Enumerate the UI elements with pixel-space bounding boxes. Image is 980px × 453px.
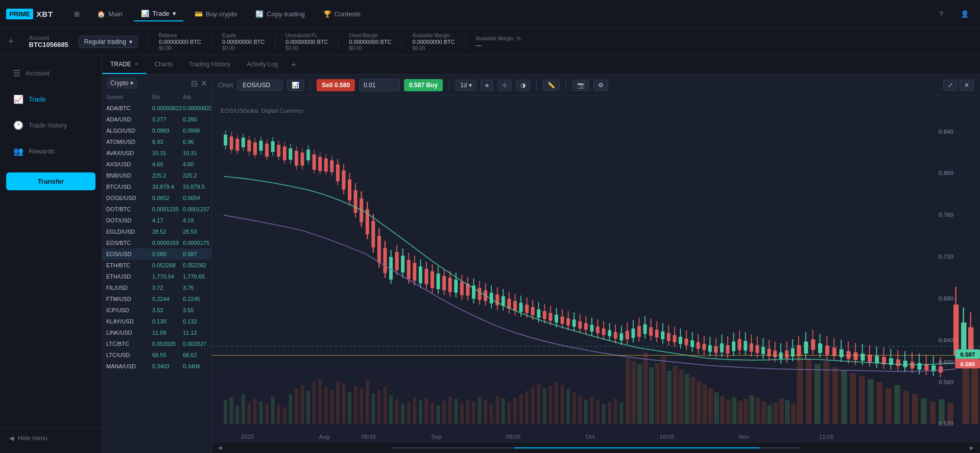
nav-contests[interactable]: 🏆 Contests: [316, 7, 368, 21]
svg-text:08/16: 08/16: [361, 433, 376, 440]
separator: [148, 34, 149, 49]
symbol-row[interactable]: ICP/USD 3.53 3.55 -1.94%: [102, 305, 211, 316]
symbol-row[interactable]: FIL/USD 3.72 3.75 -2.87%: [102, 282, 211, 293]
symbol-list-columns-icon[interactable]: ⊟: [191, 79, 198, 88]
symbol-row[interactable]: EOS/BTC 0.0000169 0.0000175 -3.43%: [102, 237, 211, 248]
theme-button[interactable]: ◑: [516, 80, 530, 91]
symbol-row[interactable]: ALGO/USD 0.0993 0.0996 -1.39%: [102, 125, 211, 136]
settings-button[interactable]: ⚙: [593, 80, 608, 91]
tab-trade-close[interactable]: ✕: [134, 61, 138, 67]
symbol-row[interactable]: ADA/BTC 0.00000822 0.00000823 -0.12%: [102, 103, 211, 114]
svg-rect-52: [472, 401, 475, 424]
svg-rect-80: [637, 364, 642, 424]
buy-price-input[interactable]: [359, 79, 400, 91]
tab-trade[interactable]: TRADE ✕: [102, 55, 147, 74]
nav-main[interactable]: 🏠 Main: [90, 7, 130, 21]
svg-rect-64: [543, 388, 546, 424]
symbol-row[interactable]: DOGE/USD 0.0652 0.0654 -2.10%: [102, 192, 211, 204]
symbol-row[interactable]: AXS/USD 4.60 4.60 -1.92%: [102, 159, 211, 170]
nav-trade[interactable]: 📊 Trade ▾: [134, 7, 183, 21]
tab-activity-log[interactable]: Activity Log: [238, 55, 286, 74]
symbol-row[interactable]: LTC/USD 68.55 68.62 -0.81%: [102, 349, 211, 361]
indicators-button[interactable]: ⎈: [481, 80, 493, 91]
symbol-row[interactable]: LTC/BTC 0.002020 0.002027 -0.88%: [102, 338, 211, 349]
chevron-down-icon: ▾: [129, 38, 132, 45]
symbol-bid: 33,879.4: [152, 184, 183, 190]
symbol-row[interactable]: FTM/USD 0.2244 0.2245 -0.09%: [102, 293, 211, 305]
symbol-row[interactable]: BTC/USD 33,879.4 33,879.5 -0.11%: [102, 181, 211, 192]
svg-rect-62: [531, 387, 535, 423]
svg-rect-11: [230, 397, 233, 424]
tab-trading-history[interactable]: Trading History: [181, 55, 238, 74]
symbol-row[interactable]: ATOM/USD 6.93 6.96 -1.00%: [102, 136, 211, 147]
svg-rect-111: [832, 367, 839, 424]
draw-button[interactable]: ✏️: [543, 80, 560, 91]
help-button[interactable]: ?: [932, 5, 950, 23]
maximize-button[interactable]: ⤢: [943, 80, 958, 91]
svg-rect-100: [755, 397, 760, 423]
account-add-button[interactable]: +: [8, 36, 14, 47]
symbol-row[interactable]: BNB/USD 225.2 225.2 -0.04%: [102, 170, 211, 181]
buy-button[interactable]: 0.587 Buy: [404, 79, 443, 91]
rewards-icon: 👥: [13, 146, 23, 156]
symbol-row[interactable]: EOS/USD 0.580 0.587 -2.03%: [102, 248, 211, 260]
symbol-row[interactable]: ETH/USD 1,770.54 1,770.65 -0.77%: [102, 271, 211, 282]
svg-rect-34: [366, 380, 369, 424]
sidebar-item-account[interactable]: ☰ Account: [4, 61, 98, 85]
transfer-button[interactable]: Transfer: [6, 172, 95, 190]
user-button[interactable]: 👤: [955, 5, 974, 23]
svg-rect-53: [478, 397, 482, 424]
svg-rect-86: [673, 366, 677, 424]
svg-text:0.580: 0.580: [960, 360, 975, 367]
svg-rect-88: [685, 374, 689, 424]
svg-rect-15: [253, 399, 257, 424]
sidebar-item-trade-history[interactable]: 🕐 Trade history: [4, 113, 98, 137]
svg-rect-29: [336, 381, 340, 424]
svg-rect-16: [259, 401, 263, 424]
snapshot-button[interactable]: 📷: [572, 80, 589, 91]
symbol-name: EOS/USD: [106, 251, 152, 257]
sidebar-item-rewards[interactable]: 👥 Rewards: [4, 139, 98, 163]
symbol-row[interactable]: AVAX/USD 10.31 10.31 -0.10%: [102, 147, 211, 159]
symbol-row[interactable]: LINK/USD 11.09 11.12 +6.94%: [102, 327, 211, 338]
chart-nav-right[interactable]: ▶: [970, 445, 974, 450]
close-chart-button[interactable]: ✕: [960, 80, 974, 91]
symbol-ask: 4.60: [183, 161, 211, 167]
hide-menu-button[interactable]: ◀ Hide menu: [0, 428, 102, 448]
svg-rect-58: [507, 402, 511, 424]
nav-copytrading[interactable]: 🔄 Copy-trading: [248, 7, 312, 21]
trading-mode-select[interactable]: Regular trading ▾: [79, 36, 138, 48]
svg-rect-97: [738, 400, 743, 424]
svg-rect-90: [697, 381, 701, 424]
symbol-row[interactable]: ADA/USD 0.277 0.280 -0.72%: [102, 114, 211, 125]
symbol-row[interactable]: EGLD/USD 28.52 28.53 -1.08%: [102, 226, 211, 237]
symbol-row[interactable]: DOT/BTC 0.0001235 0.0001237 0.00%: [102, 204, 211, 215]
symbol-ask: 225.2: [183, 172, 211, 179]
svg-rect-36: [377, 390, 381, 423]
symbol-row[interactable]: MANA/USD 0.3403 0.3404 -2.91%: [102, 361, 211, 372]
sell-button[interactable]: Sell 0.580: [317, 79, 355, 91]
chart-nav-left[interactable]: ◀: [218, 445, 222, 450]
pair-selector-input[interactable]: [237, 80, 283, 91]
symbol-ask: 0.0654: [183, 195, 211, 201]
chart-type-icon[interactable]: 📊: [287, 80, 304, 91]
nav-buycrypto[interactable]: 💳 Buy crypto: [187, 7, 244, 21]
symbol-row[interactable]: KLAY/USD 0.130 0.132 -0.76%: [102, 316, 211, 327]
tab-charts[interactable]: Charts: [147, 55, 181, 74]
account-icon: ☰: [13, 68, 20, 78]
symbol-row[interactable]: DOT/USD 4.17 4.19 -0.48%: [102, 215, 211, 226]
symbol-ask: 0.0000175: [183, 240, 211, 246]
timeframe-selector[interactable]: 1d ▾: [456, 80, 476, 91]
symbol-list-close-icon[interactable]: ✕: [201, 79, 207, 88]
tab-add-button[interactable]: +: [286, 60, 301, 69]
crypto-filter-dropdown[interactable]: Crypto ▾: [106, 78, 137, 89]
svg-rect-77: [619, 402, 623, 424]
crosshair-button[interactable]: ⊹: [497, 80, 512, 91]
sidebar-item-trade[interactable]: 📈 Trade: [4, 87, 98, 111]
svg-rect-17: [265, 404, 269, 424]
symbol-bid: 0.2244: [152, 296, 183, 302]
grid-button[interactable]: ⊞: [67, 5, 86, 23]
svg-rect-59: [513, 397, 517, 423]
symbol-row[interactable]: ETH/BTC 0.052268 0.052282 -0.65%: [102, 260, 211, 271]
symbol-name: DOT/BTC: [106, 206, 152, 212]
